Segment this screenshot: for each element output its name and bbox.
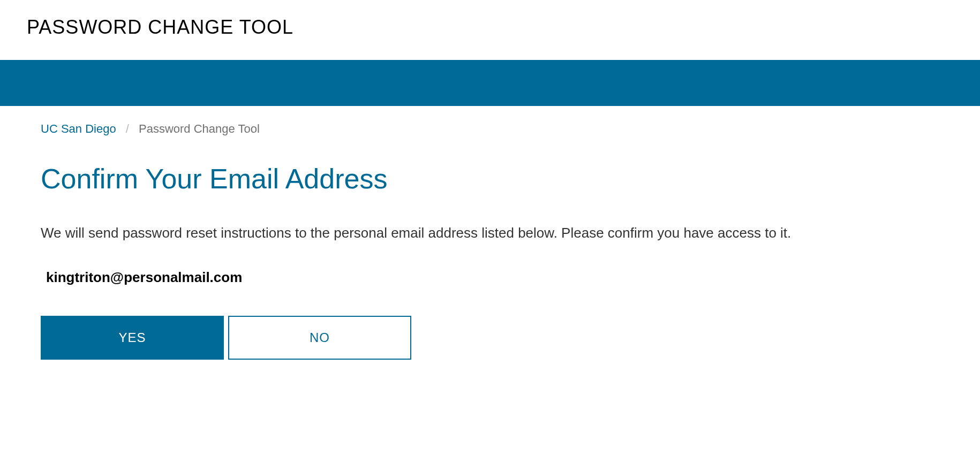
content: UC San Diego / Password Change Tool Conf… bbox=[0, 106, 980, 381]
header: PASSWORD CHANGE TOOL bbox=[0, 0, 980, 60]
instructions-text: We will send password reset instructions… bbox=[41, 223, 939, 244]
email-address: kingtriton@personalmail.com bbox=[46, 269, 939, 286]
breadcrumb: UC San Diego / Password Change Tool bbox=[41, 122, 939, 136]
breadcrumb-separator: / bbox=[126, 122, 129, 135]
yes-button[interactable]: YES bbox=[41, 316, 224, 360]
page-title: PASSWORD CHANGE TOOL bbox=[27, 16, 953, 39]
banner bbox=[0, 60, 980, 106]
breadcrumb-current: Password Change Tool bbox=[139, 122, 260, 135]
no-button[interactable]: NO bbox=[228, 316, 411, 360]
button-row: YES NO bbox=[41, 316, 939, 360]
breadcrumb-home-link[interactable]: UC San Diego bbox=[41, 122, 116, 135]
page-heading: Confirm Your Email Address bbox=[41, 163, 939, 195]
